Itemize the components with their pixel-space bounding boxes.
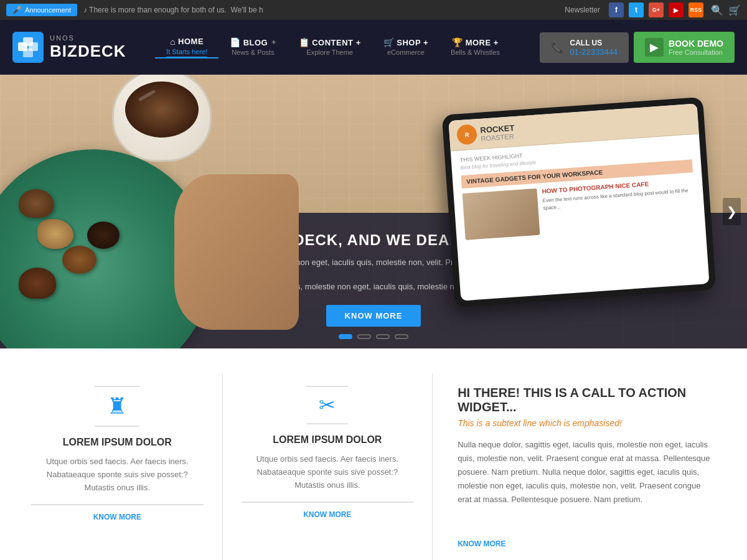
youtube-icon[interactable]: ▶ <box>669 2 684 17</box>
nav-blog-sub: News & Posts <box>232 49 274 56</box>
nav-content[interactable]: 📋 CONTENT + Explore Theme <box>288 37 372 57</box>
header-right: 📞 CALL US 01-22333444 ▶ BOOK DEMO Free C… <box>540 32 735 63</box>
call-us-label: CALL US <box>570 39 618 47</box>
feature-1-desc: Utque orbis sed faecis. Aer faecis iners… <box>31 455 204 494</box>
newsletter-label[interactable]: Newsletter <box>565 6 600 14</box>
brand-sub: UNOS <box>50 34 126 42</box>
top-bar-right: Newsletter f t G+ ▶ RSS 🔍 🛒 <box>565 2 741 17</box>
more-icon: 🏆 <box>452 37 463 47</box>
content-icon: 📋 <box>299 37 310 47</box>
coffee-highlight <box>138 90 156 101</box>
mic-icon: 🎤 <box>12 6 22 14</box>
phone-icon: 📞 <box>551 40 565 54</box>
announcement-label: Announcement <box>25 6 71 14</box>
chocolate-1 <box>19 268 56 299</box>
nav-shop-sub: eCommerce <box>387 49 425 56</box>
shop-icon: 🛒 <box>383 37 395 47</box>
hero-dot-4[interactable] <box>395 334 408 339</box>
cart-icon[interactable]: 🛒 <box>728 4 741 16</box>
hero-next-button[interactable]: ❯ <box>723 198 741 225</box>
hero-dot-3[interactable] <box>376 334 390 339</box>
svg-rect-3 <box>23 49 33 57</box>
nav-more-sub: Bells & Whistles <box>451 49 500 56</box>
hero-dot-2[interactable] <box>357 334 371 339</box>
main-nav: ⌂ HOME It Starts here! 📄 BLOG + News & P… <box>126 37 540 58</box>
cta-sub: This is a subtext line which is emphasis… <box>458 418 622 428</box>
hand <box>174 174 299 330</box>
features-section: ♜ LOREM IPSUM DOLOR Utque orbis sed faec… <box>0 348 747 560</box>
feature-col-1: ♜ LOREM IPSUM DOLOR Utque orbis sed faec… <box>12 373 223 560</box>
chocolate-5 <box>19 189 54 218</box>
top-bar: 🎤 Announcement ♪ There is more than enou… <box>0 0 747 20</box>
cta-desc: Nulla neque dolor, sagittis eget, iaculi… <box>458 438 716 506</box>
twitter-icon[interactable]: t <box>629 2 644 17</box>
logo-text: UNOS BIZDECK <box>50 34 126 61</box>
coffee-cup <box>112 75 212 162</box>
ticker-text: ♪ There is more than enough for both of … <box>83 6 565 14</box>
tablet-screen: R ROCKET ROASTER THIS WEEK HIGHLIGHT Bes… <box>448 103 709 301</box>
tablet-articles: HOW TO PHOTOGRAPH NICE CAFE Even the tex… <box>463 177 697 240</box>
nav-home-sub: It Starts here! <box>166 48 207 57</box>
feature-1-title: LOREM IPSUM DOLOR <box>63 437 172 448</box>
facebook-icon[interactable]: f <box>609 2 624 17</box>
feature-col-2: ✂ LOREM IPSUM DOLOR Utque orbis sed faec… <box>223 373 433 560</box>
chocolate-4 <box>87 222 120 249</box>
chocolate-2 <box>62 246 96 274</box>
feature-2-icon: ✂ <box>306 386 348 424</box>
cta-title: HI THERE! THIS IS A CALL TO ACTION WIDGE… <box>458 386 716 414</box>
hero-tablet: R ROCKET ROASTER THIS WEEK HIGHLIGHT Bes… <box>442 97 716 308</box>
tablet-article-img <box>463 189 540 240</box>
rss-icon[interactable]: RSS <box>688 2 703 17</box>
tablet-article-text: HOW TO PHOTOGRAPH NICE CAFE Even the tex… <box>542 177 697 235</box>
announcement-badge[interactable]: 🎤 Announcement <box>6 4 77 16</box>
home-icon: ⌂ <box>170 37 176 47</box>
header: UNOS BIZDECK ⌂ HOME It Starts here! 📄 BL… <box>0 20 747 75</box>
blog-icon: 📄 <box>230 37 241 47</box>
logo[interactable]: UNOS BIZDECK <box>12 32 126 63</box>
book-demo-button[interactable]: ▶ BOOK DEMO Free Consultation <box>634 32 735 63</box>
arrow-right-icon: ▶ <box>645 38 664 57</box>
book-demo-label: BOOK DEMO <box>669 39 723 49</box>
feature-1-link[interactable]: KNOW MORE <box>31 504 204 521</box>
hero-cta-button[interactable]: KNOW MORE <box>326 305 421 327</box>
googleplus-icon[interactable]: G+ <box>649 2 664 17</box>
logo-icon <box>12 32 44 63</box>
feature-1-icon: ♜ <box>95 386 139 427</box>
tablet-logo-circle: R <box>456 124 477 145</box>
hero-image-area <box>0 75 299 348</box>
cta-widget: HI THERE! THIS IS A CALL TO ACTION WIDGE… <box>433 373 735 560</box>
feature-2-title: LOREM IPSUM DOLOR <box>273 434 382 446</box>
search-icon[interactable]: 🔍 <box>711 4 723 16</box>
coffee-surface <box>125 82 199 138</box>
nav-home[interactable]: ⌂ HOME It Starts here! <box>155 37 218 58</box>
feature-2-desc: Utque orbis sed faecis. Aer faecis iners… <box>242 453 414 492</box>
nav-content-sub: Explore Theme <box>307 49 353 56</box>
cta-link[interactable]: KNOW MORE <box>458 539 505 548</box>
call-us-button[interactable]: 📞 CALL US 01-22333444 <box>540 32 629 63</box>
tablet-brand: ROCKET ROASTER <box>480 123 515 142</box>
hero-dot-1[interactable] <box>339 334 352 339</box>
book-demo-sub: Free Consultation <box>669 49 723 56</box>
svg-rect-2 <box>23 37 33 46</box>
nav-shop[interactable]: 🛒 SHOP + eCommerce <box>372 37 439 57</box>
call-us-number: 01-22333444 <box>570 47 618 57</box>
brand-name: BIZDECK <box>50 42 126 61</box>
feature-2-link[interactable]: KNOW MORE <box>242 502 414 519</box>
chocolate-3 <box>37 219 73 249</box>
nav-blog[interactable]: 📄 BLOG + News & Posts <box>218 37 288 57</box>
hero-section: R ROCKET ROASTER THIS WEEK HIGHLIGHT Bes… <box>0 75 747 348</box>
nav-more[interactable]: 🏆 MORE + Bells & Whistles <box>439 37 511 57</box>
tablet-body: THIS WEEK HIGHLIGHT Best blog for travel… <box>451 134 706 247</box>
